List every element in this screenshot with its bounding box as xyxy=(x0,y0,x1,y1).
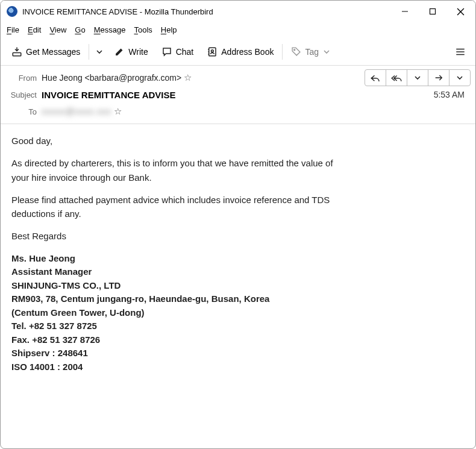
download-icon xyxy=(11,46,22,57)
address-book-button[interactable]: Address Book xyxy=(201,42,280,62)
message-time: 5:53 AM xyxy=(434,90,468,99)
body-regards: Best Regards xyxy=(11,229,465,243)
window-title: INVOICE REMITTANCE ADVISE - Mozilla Thun… xyxy=(22,7,391,16)
message-actions xyxy=(365,69,471,86)
menu-message[interactable]: Message xyxy=(94,25,126,34)
get-messages-dropdown[interactable] xyxy=(92,42,107,62)
star-icon[interactable]: ☆ xyxy=(114,106,122,116)
minimize-button[interactable] xyxy=(391,2,419,21)
menu-view[interactable]: View xyxy=(49,25,66,34)
main-toolbar: Get Messages Write Chat Address Book Tag xyxy=(1,38,475,66)
tag-button[interactable]: Tag xyxy=(285,42,336,62)
subject-value: INVOICE REMITTANCE ADVISE xyxy=(42,90,176,100)
menu-help[interactable]: Help xyxy=(161,25,177,34)
body-paragraph: As directed by charterers, this is to in… xyxy=(11,156,349,184)
from-value[interactable]: Hue Jeong <barbara@prografx.com>☆ xyxy=(42,72,192,83)
from-label: From xyxy=(1,74,42,83)
to-label: To xyxy=(1,107,42,116)
chat-icon xyxy=(161,46,172,57)
signature-block: Ms. Hue Jeong Assistant Manager SHINJUNG… xyxy=(11,252,465,374)
get-messages-button[interactable]: Get Messages xyxy=(5,42,86,62)
address-book-icon xyxy=(207,46,218,57)
svg-rect-4 xyxy=(13,52,21,55)
close-button[interactable] xyxy=(446,2,474,21)
reply-all-button[interactable] xyxy=(386,69,407,86)
menu-edit[interactable]: Edit xyxy=(28,25,41,34)
window-titlebar: INVOICE REMITTANCE ADVISE - Mozilla Thun… xyxy=(1,1,475,22)
message-body: Good day, As directed by charterers, thi… xyxy=(1,124,475,449)
body-greeting: Good day, xyxy=(11,134,465,148)
chat-button[interactable]: Chat xyxy=(155,42,200,62)
reply-dropdown[interactable] xyxy=(407,69,428,86)
pencil-icon xyxy=(114,46,125,57)
menu-tools[interactable]: Tools xyxy=(134,25,152,34)
menu-file[interactable]: File xyxy=(7,25,19,34)
reply-button[interactable] xyxy=(365,69,386,86)
maximize-button[interactable] xyxy=(419,2,446,21)
thunderbird-icon xyxy=(7,6,17,17)
separator xyxy=(89,44,89,60)
message-headers: From Hue Jeong <barbara@prografx.com>☆ S… xyxy=(1,66,475,124)
separator xyxy=(282,44,283,60)
tag-icon xyxy=(291,46,301,57)
menu-bar: File Edit View Go Message Tools Help xyxy=(1,22,475,38)
menu-go[interactable]: Go xyxy=(75,25,85,34)
forward-dropdown[interactable] xyxy=(449,69,471,86)
svg-rect-1 xyxy=(430,9,436,14)
forward-button[interactable] xyxy=(428,69,449,86)
subject-label: Subject xyxy=(1,90,42,99)
svg-point-6 xyxy=(211,49,214,52)
svg-point-10 xyxy=(294,49,295,51)
star-icon[interactable]: ☆ xyxy=(184,72,192,83)
app-menu-button[interactable] xyxy=(450,42,471,62)
body-paragraph: Please find attached payment advice whic… xyxy=(11,193,361,221)
to-value[interactable]: xxxxx@xxxx.xxx☆ xyxy=(42,106,122,117)
write-button[interactable]: Write xyxy=(108,42,154,62)
